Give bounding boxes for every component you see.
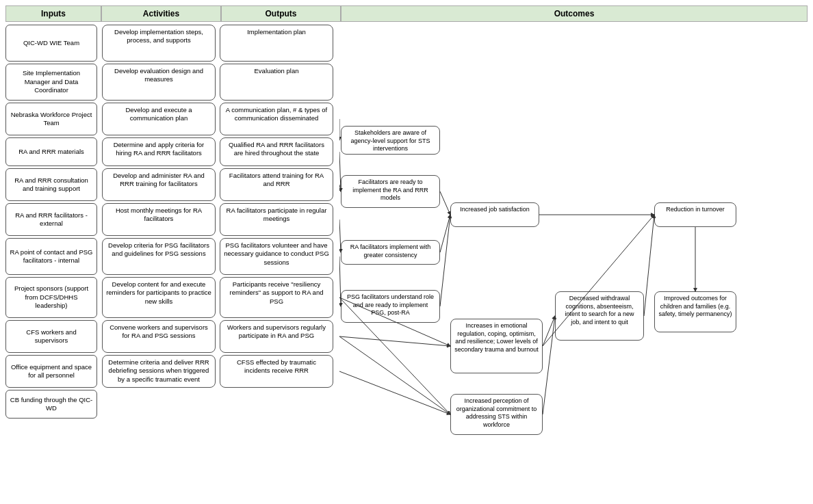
header-row: Inputs Activities Outputs Outcomes xyxy=(5,5,808,22)
input-office-equip: Office equipment and space for all perso… xyxy=(5,355,97,388)
outputs-column: Implementation plan Evaluation plan A co… xyxy=(218,25,335,490)
out-3: A communication plan, # & types of commu… xyxy=(220,103,333,135)
oc-improved-outcomes: Improved outcomes for children and famil… xyxy=(654,291,736,332)
act-6: Host monthly meetings for RA facilitator… xyxy=(102,203,216,236)
out-6: RA facilitators participate in regular m… xyxy=(220,203,333,236)
oc-perception: Increased perception of organizational c… xyxy=(450,394,543,435)
input-qic-wd: QIC-WD WIE Team xyxy=(5,25,97,62)
input-ra-rrr-mat: RA and RRR materials xyxy=(5,137,97,166)
act-3: Develop and execute a communication plan xyxy=(102,103,216,135)
oc-job-sat: Increased job satisfaction xyxy=(450,202,539,227)
inputs-column: QIC-WD WIE Team Site Implementation Mana… xyxy=(5,25,100,490)
out-5: Facilitators attend training for RA and … xyxy=(220,168,333,201)
svg-line-10 xyxy=(339,336,450,346)
svg-line-6 xyxy=(440,191,450,215)
svg-line-15 xyxy=(543,316,555,346)
out-10: CFSS effected by traumatic incidents rec… xyxy=(220,355,333,388)
input-cfs-workers: CFS workers and supervisors xyxy=(5,320,97,353)
act-8: Develop content for and execute reminder… xyxy=(102,277,216,318)
out-8: Participants receive "resiliency reminde… xyxy=(220,277,333,318)
out-7: PSG facilitators volunteer and have nece… xyxy=(220,238,333,275)
main-area: QIC-WD WIE Team Site Implementation Mana… xyxy=(5,25,808,490)
input-ra-rrr-consult: RA and RRR consultation and training sup… xyxy=(5,168,97,201)
svg-line-13 xyxy=(339,371,450,414)
oc-decreased-withdrawal: Decreased withdrawal cognitions, absente… xyxy=(555,291,644,341)
act-5: Develop and administer RA and RRR traini… xyxy=(102,168,216,201)
svg-line-12 xyxy=(339,336,450,414)
outcomes-area: Stakeholders are aware of agency-level s… xyxy=(339,25,808,490)
header-outcomes: Outcomes xyxy=(341,5,808,22)
act-2: Develop evaluation design and measures xyxy=(102,64,216,101)
oc-reduction-turnover: Reduction in turnover xyxy=(654,202,736,227)
out-1: Implementation plan xyxy=(220,25,333,62)
oc-ra-consistency: RA facilitators implement with greater c… xyxy=(341,240,440,265)
svg-line-7 xyxy=(440,215,450,252)
out-4: Qualified RA and RRR facilitators are hi… xyxy=(220,137,333,166)
act-4: Determine and apply criteria for hiring … xyxy=(102,137,216,166)
input-ra-rrr-facilitators: RA and RRR facilitators - external xyxy=(5,203,97,236)
input-site-impl: Site Implementation Manager and Data Coo… xyxy=(5,64,97,101)
header-inputs: Inputs xyxy=(5,5,101,22)
diagram-container: Inputs Activities Outputs Outcomes QIC-W… xyxy=(0,0,813,495)
out-2: Evaluation plan xyxy=(220,64,333,101)
header-outputs: Outputs xyxy=(221,5,341,22)
act-9: Convene workers and supervisors for RA a… xyxy=(102,320,216,353)
svg-line-18 xyxy=(644,215,654,316)
input-project-sponsors: Project sponsors (support from DCFS/DHHS… xyxy=(5,277,97,318)
svg-line-8 xyxy=(440,215,450,306)
act-10: Determine criteria and deliver RRR debri… xyxy=(102,355,216,388)
oc-stakeholders: Stakeholders are aware of agency-level s… xyxy=(341,126,440,155)
input-cb-funding: CB funding through the QIC-WD xyxy=(5,390,97,419)
out-9: Workers and supervisors regularly partic… xyxy=(220,320,333,353)
input-ra-psg: RA point of contact and PSG facilitators… xyxy=(5,238,97,275)
oc-facilitators-ready: Facilitators are ready to implement the … xyxy=(341,175,440,208)
header-activities: Activities xyxy=(101,5,221,22)
act-1: Develop implementation steps, process, a… xyxy=(102,25,216,62)
oc-emotional: Increases in emotional regulation, copin… xyxy=(450,319,543,373)
act-7: Develop criteria for PSG facilitators an… xyxy=(102,238,216,275)
oc-psg-ready: PSG facilitators understand role and are… xyxy=(341,290,440,323)
act-out-columns: Develop implementation steps, process, a… xyxy=(100,25,339,490)
svg-line-17 xyxy=(543,316,555,414)
input-nebraska: Nebraska Workforce Project Team xyxy=(5,103,97,135)
activities-column: Develop implementation steps, process, a… xyxy=(100,25,218,490)
